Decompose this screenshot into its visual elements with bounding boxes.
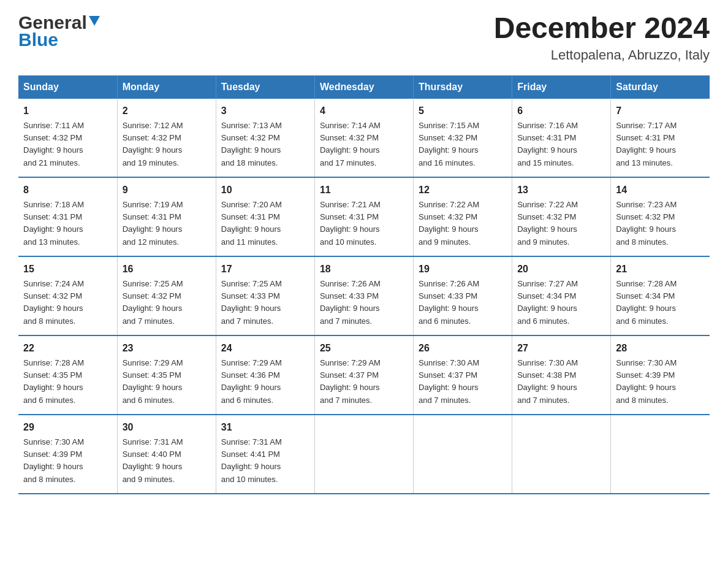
day-info: Sunrise: 7:31 AMSunset: 4:40 PMDaylight:…: [123, 437, 183, 484]
logo: General Blue: [18, 12, 100, 49]
day-number: 21: [616, 262, 705, 277]
calendar-cell: 12Sunrise: 7:22 AMSunset: 4:32 PMDayligh…: [414, 177, 512, 256]
title-block: December 2024 Lettopalena, Abruzzo, Ital…: [494, 12, 710, 63]
calendar-cell: 31Sunrise: 7:31 AMSunset: 4:41 PMDayligh…: [216, 415, 314, 494]
calendar-subtitle: Lettopalena, Abruzzo, Italy: [494, 47, 710, 63]
calendar-cell: 28Sunrise: 7:30 AMSunset: 4:39 PMDayligh…: [611, 335, 710, 415]
day-info: Sunrise: 7:15 AMSunset: 4:32 PMDaylight:…: [419, 121, 479, 167]
header-thursday: Thursday: [414, 75, 512, 99]
day-info: Sunrise: 7:29 AMSunset: 4:35 PMDaylight:…: [123, 358, 183, 405]
day-number: 3: [221, 104, 309, 118]
calendar-cell: 24Sunrise: 7:29 AMSunset: 4:36 PMDayligh…: [216, 335, 314, 415]
calendar-header-row: SundayMondayTuesdayWednesdayThursdayFrid…: [18, 75, 710, 99]
day-number: 22: [23, 341, 112, 356]
calendar-cell: 5Sunrise: 7:15 AMSunset: 4:32 PMDaylight…: [414, 99, 512, 177]
calendar-cell: [414, 415, 512, 494]
calendar-cell: 16Sunrise: 7:25 AMSunset: 4:32 PMDayligh…: [117, 256, 216, 335]
calendar-cell: 20Sunrise: 7:27 AMSunset: 4:34 PMDayligh…: [512, 256, 611, 335]
day-info: Sunrise: 7:22 AMSunset: 4:32 PMDaylight:…: [517, 200, 578, 247]
day-info: Sunrise: 7:19 AMSunset: 4:31 PMDaylight:…: [123, 200, 183, 247]
header-tuesday: Tuesday: [216, 75, 314, 99]
day-number: 30: [123, 420, 211, 435]
calendar-cell: 1Sunrise: 7:11 AMSunset: 4:32 PMDaylight…: [18, 99, 117, 177]
calendar-cell: 2Sunrise: 7:12 AMSunset: 4:32 PMDaylight…: [117, 99, 216, 177]
calendar-cell: 14Sunrise: 7:23 AMSunset: 4:32 PMDayligh…: [611, 177, 710, 256]
day-info: Sunrise: 7:21 AMSunset: 4:31 PMDaylight:…: [320, 200, 381, 247]
day-info: Sunrise: 7:27 AMSunset: 4:34 PMDaylight:…: [517, 279, 578, 326]
day-number: 14: [616, 183, 705, 197]
header-sunday: Sunday: [18, 75, 117, 99]
calendar-cell: 27Sunrise: 7:30 AMSunset: 4:38 PMDayligh…: [512, 335, 611, 415]
header-saturday: Saturday: [611, 75, 710, 99]
calendar-cell: 30Sunrise: 7:31 AMSunset: 4:40 PMDayligh…: [117, 415, 216, 494]
day-info: Sunrise: 7:29 AMSunset: 4:36 PMDaylight:…: [221, 358, 282, 405]
day-number: 2: [123, 104, 211, 118]
calendar-cell: [512, 415, 611, 494]
header-friday: Friday: [512, 75, 611, 99]
calendar-cell: 6Sunrise: 7:16 AMSunset: 4:31 PMDaylight…: [512, 99, 611, 177]
day-info: Sunrise: 7:30 AMSunset: 4:38 PMDaylight:…: [517, 358, 578, 405]
day-info: Sunrise: 7:18 AMSunset: 4:31 PMDaylight:…: [23, 200, 84, 247]
day-number: 23: [123, 341, 211, 356]
day-info: Sunrise: 7:11 AMSunset: 4:32 PMDaylight:…: [23, 121, 84, 167]
calendar-cell: 9Sunrise: 7:19 AMSunset: 4:31 PMDaylight…: [117, 177, 216, 256]
day-info: Sunrise: 7:29 AMSunset: 4:37 PMDaylight:…: [320, 358, 381, 405]
calendar-cell: 8Sunrise: 7:18 AMSunset: 4:31 PMDaylight…: [18, 177, 117, 256]
day-number: 1: [23, 104, 112, 118]
day-number: 7: [616, 104, 705, 118]
calendar-cell: [611, 415, 710, 494]
day-number: 24: [221, 341, 309, 356]
calendar-cell: 17Sunrise: 7:25 AMSunset: 4:33 PMDayligh…: [216, 256, 314, 335]
calendar-cell: 18Sunrise: 7:26 AMSunset: 4:33 PMDayligh…: [314, 256, 413, 335]
calendar-title: December 2024: [494, 12, 710, 45]
calendar-cell: 15Sunrise: 7:24 AMSunset: 4:32 PMDayligh…: [18, 256, 117, 335]
day-info: Sunrise: 7:13 AMSunset: 4:32 PMDaylight:…: [221, 121, 282, 167]
week-row-5: 29Sunrise: 7:30 AMSunset: 4:39 PMDayligh…: [18, 415, 710, 494]
calendar-cell: 21Sunrise: 7:28 AMSunset: 4:34 PMDayligh…: [611, 256, 710, 335]
calendar-cell: 22Sunrise: 7:28 AMSunset: 4:35 PMDayligh…: [18, 335, 117, 415]
day-number: 8: [23, 183, 112, 197]
day-info: Sunrise: 7:14 AMSunset: 4:32 PMDaylight:…: [320, 121, 381, 167]
day-info: Sunrise: 7:31 AMSunset: 4:41 PMDaylight:…: [221, 437, 282, 484]
day-info: Sunrise: 7:20 AMSunset: 4:31 PMDaylight:…: [221, 200, 282, 247]
calendar-cell: [314, 415, 413, 494]
day-info: Sunrise: 7:28 AMSunset: 4:34 PMDaylight:…: [616, 279, 677, 326]
header-wednesday: Wednesday: [314, 75, 413, 99]
day-info: Sunrise: 7:16 AMSunset: 4:31 PMDaylight:…: [517, 121, 578, 167]
calendar-cell: 13Sunrise: 7:22 AMSunset: 4:32 PMDayligh…: [512, 177, 611, 256]
day-number: 13: [517, 183, 605, 197]
day-number: 31: [221, 420, 309, 435]
day-number: 27: [517, 341, 605, 356]
week-row-4: 22Sunrise: 7:28 AMSunset: 4:35 PMDayligh…: [18, 335, 710, 415]
day-info: Sunrise: 7:17 AMSunset: 4:31 PMDaylight:…: [616, 121, 677, 167]
day-number: 15: [23, 262, 112, 277]
week-row-3: 15Sunrise: 7:24 AMSunset: 4:32 PMDayligh…: [18, 256, 710, 335]
day-number: 28: [616, 341, 705, 356]
day-info: Sunrise: 7:12 AMSunset: 4:32 PMDaylight:…: [123, 121, 183, 167]
day-number: 17: [221, 262, 309, 277]
day-number: 9: [123, 183, 211, 197]
day-number: 10: [221, 183, 309, 197]
day-number: 26: [419, 341, 507, 356]
header-monday: Monday: [117, 75, 216, 99]
day-info: Sunrise: 7:25 AMSunset: 4:33 PMDaylight:…: [221, 279, 282, 326]
day-number: 29: [23, 420, 112, 435]
calendar-cell: 4Sunrise: 7:14 AMSunset: 4:32 PMDaylight…: [314, 99, 413, 177]
day-number: 25: [320, 341, 408, 356]
day-number: 4: [320, 104, 408, 118]
page-header: General Blue December 2024 Lettopalena, …: [18, 12, 710, 63]
day-number: 12: [419, 183, 507, 197]
day-info: Sunrise: 7:28 AMSunset: 4:35 PMDaylight:…: [23, 358, 84, 405]
calendar-table: SundayMondayTuesdayWednesdayThursdayFrid…: [18, 75, 710, 494]
day-info: Sunrise: 7:26 AMSunset: 4:33 PMDaylight:…: [320, 279, 381, 326]
calendar-cell: 19Sunrise: 7:26 AMSunset: 4:33 PMDayligh…: [414, 256, 512, 335]
day-info: Sunrise: 7:30 AMSunset: 4:39 PMDaylight:…: [616, 358, 677, 405]
day-info: Sunrise: 7:24 AMSunset: 4:32 PMDaylight:…: [23, 279, 84, 326]
day-info: Sunrise: 7:23 AMSunset: 4:32 PMDaylight:…: [616, 200, 677, 247]
day-number: 5: [419, 104, 507, 118]
day-number: 18: [320, 262, 408, 277]
day-info: Sunrise: 7:30 AMSunset: 4:37 PMDaylight:…: [419, 358, 479, 405]
calendar-cell: 29Sunrise: 7:30 AMSunset: 4:39 PMDayligh…: [18, 415, 117, 494]
calendar-cell: 23Sunrise: 7:29 AMSunset: 4:35 PMDayligh…: [117, 335, 216, 415]
logo-blue-text: Blue: [18, 31, 58, 49]
